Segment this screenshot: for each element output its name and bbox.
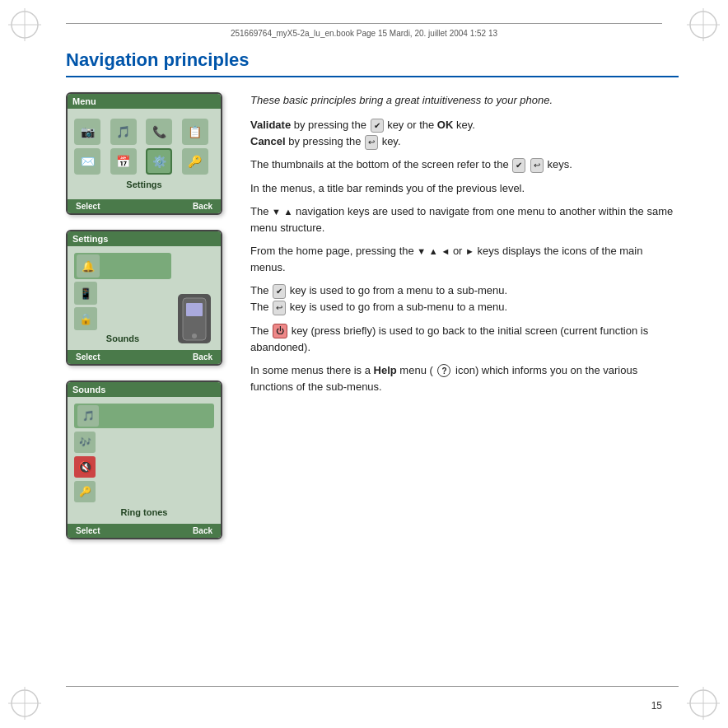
paragraph-thumbnails: The thumbnails at the bottom of the scre…	[250, 156, 679, 173]
validate-word: Validate	[250, 119, 291, 131]
ringtones-icon-box-4: 🔑	[74, 481, 96, 502]
key-icon-left: ✔	[512, 158, 525, 173]
sounds-icon-box-1: 🔔	[77, 254, 100, 278]
ringtones-icon-box-1: 🎵	[77, 405, 99, 427]
help-word: Help	[374, 364, 397, 376]
menu-icon-6: 📅	[110, 148, 137, 175]
settings-screen-body: 🔔 📱 🔒 Sounds	[68, 246, 221, 350]
key-icon-right: ↩	[530, 158, 544, 173]
nav-up-arrow: ▲	[284, 207, 293, 217]
settings-back-label: Back	[193, 352, 212, 362]
menu-icon-3: 📞	[146, 119, 172, 145]
paragraph-titlebar: In the menus, a title bar reminds you of…	[250, 180, 679, 197]
two-column-layout: Menu 📷 🎵 📞 📋 ✉️ 📅 ⚙️ 🔑 Settings	[66, 92, 679, 539]
paragraph-submenu-go: The ✔ key is used to go from a menu to a…	[250, 282, 679, 315]
menu-icon-2: 🎵	[110, 119, 137, 145]
left-column-screenshots: Menu 📷 🎵 📞 📋 ✉️ 📅 ⚙️ 🔑 Settings	[66, 92, 231, 539]
nav-down-icon: ▼	[417, 246, 426, 256]
menu-screen-footer: Select Back	[68, 199, 221, 213]
page-number: 15	[651, 700, 662, 712]
select-key-icon: ✔	[371, 119, 384, 133]
corner-mark-bl	[8, 687, 41, 720]
power-key-icon: ⏻	[273, 324, 287, 338]
sounds-icon-box-3: 🔒	[74, 307, 97, 330]
settings-screen-footer: Select Back	[68, 350, 221, 364]
paragraph-initial-screen: The ⏻ key (press briefly) is used to go …	[250, 323, 679, 356]
sounds-phone-screen: Sounds 🎵 🎶 🔇 🔑	[66, 380, 222, 539]
nav-up-icon: ▲	[429, 246, 438, 256]
corner-mark-tr	[687, 8, 720, 41]
right-column-text: These basic principles bring a great int…	[250, 92, 679, 539]
sounds-select-label: Select	[76, 526, 100, 535]
menu-icon-8: 🔑	[182, 148, 208, 175]
menu-icon-1: 📷	[74, 119, 100, 145]
menu-title-bar: Menu	[68, 94, 221, 109]
corner-mark-br	[687, 687, 720, 720]
sounds-back-label: Back	[193, 526, 212, 535]
paragraph-navigation: The ▼ ▲ navigation keys are used to navi…	[250, 203, 679, 236]
sounds-row-2: 📱	[74, 282, 171, 305]
corner-mark-tl	[8, 8, 41, 41]
menu-back-label: Back	[193, 202, 212, 211]
help-icon-inline: ?	[437, 364, 450, 377]
paragraph-home: From the home page, pressing the ▼ ▲ ◄ o…	[250, 243, 679, 276]
sounds-row-selected: 🔔	[74, 253, 171, 279]
svg-rect-13	[186, 303, 203, 316]
cancel-word: Cancel	[250, 135, 286, 147]
sounds-row-3: 🔒	[74, 307, 171, 330]
menu-phone-screen: Menu 📷 🎵 📞 📋 ✉️ 📅 ⚙️ 🔑 Settings	[66, 92, 222, 215]
file-info-text: 251669764_myX5-2a_lu_en.book Page 15 Mar…	[231, 29, 497, 38]
ringtones-icon-box-2: 🎶	[74, 432, 96, 453]
file-info-bar: 251669764_myX5-2a_lu_en.book Page 15 Mar…	[66, 23, 662, 40]
menu-icons-grid: 📷 🎵 📞 📋 ✉️ 📅 ⚙️ 🔑 Settings	[68, 112, 221, 196]
page-title: Navigation principles	[66, 49, 679, 77]
menu-icon-4: 📋	[182, 119, 208, 145]
nav-right-icon: ►	[465, 246, 474, 256]
ringtones-row-2: 🎶	[74, 432, 96, 453]
menu-icon-5: ✉️	[74, 148, 100, 175]
ok-word: OK	[437, 119, 454, 131]
ringtones-row-3: 🔇	[74, 456, 96, 478]
back-key-go: ↩	[273, 301, 286, 315]
nav-left-icon: ◄	[441, 246, 450, 256]
settings-icons-list: 🔔 📱 🔒 Sounds	[74, 253, 171, 343]
settings-label: Settings	[74, 178, 214, 189]
ringtones-icon-box-3: 🔇	[74, 456, 96, 478]
nav-down-arrow: ▼	[272, 207, 281, 217]
ringtones-row-selected: 🎵	[74, 404, 214, 428]
sounds-screen-footer: Select Back	[68, 524, 221, 538]
ringtones-body-inner: 🎵 🎶 🔇 🔑 Ring tones	[68, 397, 221, 524]
settings-title-bar: Settings	[68, 231, 221, 246]
intro-text: These basic principles bring a great int…	[250, 92, 679, 109]
sounds-icon-box-2: 📱	[74, 282, 97, 305]
paragraph-help: In some menus there is a Help menu ( ? i…	[250, 362, 679, 395]
settings-phone-screen: Settings 🔔 📱 🔒	[66, 230, 222, 366]
bottom-divider	[66, 686, 679, 687]
settings-body-inner: 🔔 📱 🔒 Sounds	[68, 246, 221, 350]
menu-select-label: Select	[76, 202, 100, 211]
ringtones-label: Ring tones	[74, 507, 214, 517]
paragraph-validate: Validate by pressing the ✔ key or the OK…	[250, 117, 679, 150]
settings-select-label: Select	[76, 352, 100, 362]
back-key-icon: ↩	[365, 135, 378, 150]
sounds-label: Sounds	[74, 334, 171, 343]
menu-screen-body: 📷 🎵 📞 📋 ✉️ 📅 ⚙️ 🔑 Settings	[68, 109, 221, 199]
ringtones-row-4: 🔑	[74, 481, 96, 502]
sounds-screen-body: 🎵 🎶 🔇 🔑 Ring tones	[68, 397, 221, 524]
select-key-go: ✔	[273, 284, 286, 299]
phone-image-decoration	[178, 294, 211, 343]
svg-point-14	[192, 334, 197, 338]
sounds-title-bar: Sounds	[68, 382, 221, 397]
menu-icon-7: ⚙️	[146, 148, 172, 175]
page-content: Navigation principles Menu 📷 🎵 📞 📋 ✉️ 📅	[66, 49, 679, 679]
